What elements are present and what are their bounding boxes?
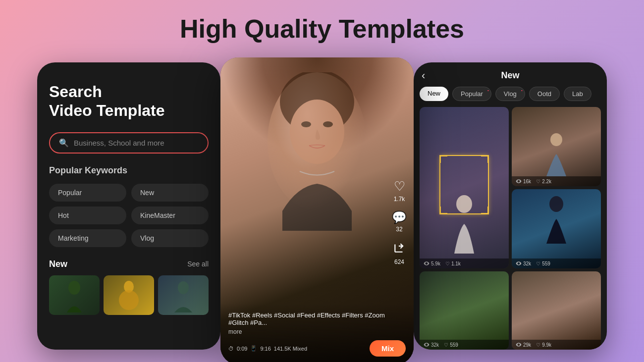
svg-point-7 — [323, 121, 333, 127]
video-bottom: #TikTok #Reels #Social #Feed #Effects #F… — [220, 304, 414, 362]
grid-stat-likes: ♡ 9.9k — [536, 342, 551, 348]
keyword-chip[interactable]: Vlog — [131, 229, 209, 247]
filter-tabs: New Popular• Vlog• Ootd Lab — [414, 87, 607, 107]
grid-stat-views: 16k — [516, 178, 531, 184]
grid-item[interactable]: 32k ♡ 559 — [512, 189, 601, 268]
grid-stat-views: 32k — [516, 260, 531, 266]
tab-popular[interactable]: Popular• — [452, 87, 491, 101]
mix-button[interactable]: Mix — [370, 340, 406, 357]
grid-header: ‹ New — [414, 62, 607, 87]
svg-point-9 — [550, 133, 562, 146]
new-section-header: New See all — [49, 259, 209, 269]
search-bar[interactable]: 🔍 Business, School and more — [49, 132, 209, 154]
phones-container: Search Video Template 🔍 Business, School… — [0, 57, 644, 362]
clock-icon: ⏱ — [228, 346, 234, 352]
tab-vlog[interactable]: Vlog• — [495, 87, 525, 101]
svg-point-0 — [68, 281, 80, 295]
grid-stat-likes: ♡ 559 — [444, 342, 458, 348]
phone-icon: 📱 — [250, 345, 257, 352]
thumbnail-item[interactable] — [104, 275, 154, 315]
thumbnail-item[interactable] — [49, 275, 100, 315]
back-button[interactable]: ‹ — [422, 69, 425, 82]
keyword-chip[interactable]: New — [131, 184, 209, 202]
video-actions: ♡ 1.7k 💬 32 624 — [392, 179, 407, 265]
video-tags: #TikTok #Reels #Social #Feed #Effects #F… — [228, 311, 406, 326]
keyword-chip[interactable]: KineMaster — [131, 207, 209, 224]
grid-stat-likes: ♡ 2.2k — [536, 179, 551, 184]
page-title: High Quality Templates — [180, 14, 464, 44]
phone-video: ♡ 1.7k 💬 32 624 — [220, 57, 414, 362]
thumbnails-row — [49, 275, 209, 315]
video-more[interactable]: more — [228, 328, 406, 335]
svg-point-2 — [119, 290, 139, 310]
keyword-chip[interactable]: Hot — [49, 207, 126, 224]
video-info: ⏱ 0:09 📱 9:16 141.5K Mixed — [228, 345, 307, 352]
grid-content: 5.9k ♡ 1.1k — [414, 107, 607, 350]
svg-point-10 — [549, 196, 563, 212]
tab-lab[interactable]: Lab — [564, 87, 591, 101]
grid-item[interactable]: 29k ♡ 9.9k — [512, 271, 601, 350]
phone-search: Search Video Template 🔍 Business, School… — [37, 62, 220, 350]
new-section-label: New — [49, 259, 67, 269]
grid-stat-views: 29k — [516, 342, 531, 348]
svg-point-6 — [301, 121, 311, 127]
tab-new[interactable]: New — [420, 87, 448, 101]
keyword-chip[interactable]: Marketing — [49, 229, 126, 247]
tab-ootd[interactable]: Ootd — [529, 87, 560, 101]
grid-stat-views: 32k — [424, 342, 439, 348]
grid-item[interactable]: 16k ♡ 2.2k — [512, 107, 601, 186]
grid-title: New — [501, 70, 519, 81]
grid-item[interactable]: 32k ♡ 559 — [420, 271, 509, 350]
grid-stat-likes: ♡ 559 — [536, 261, 550, 266]
search-placeholder-text: Business, School and more — [74, 139, 164, 147]
see-all-link[interactable]: See all — [187, 260, 209, 268]
svg-point-8 — [456, 195, 472, 213]
keyword-chip[interactable]: Popular — [49, 184, 126, 202]
share-icon — [393, 241, 406, 257]
heart-icon: ♡ — [394, 179, 405, 194]
like-action[interactable]: ♡ 1.7k — [394, 179, 405, 203]
keyword-grid: Popular New Hot KineMaster Marketing Vlo… — [49, 184, 209, 247]
comment-action[interactable]: 💬 32 — [392, 210, 407, 233]
share-action[interactable]: 624 — [393, 241, 406, 265]
video-meta: ⏱ 0:09 📱 9:16 141.5K Mixed Mix — [228, 340, 406, 357]
grid-stat-likes: ♡ 1.1k — [445, 261, 461, 266]
grid-stat-views: 5.9k — [424, 260, 440, 266]
grid-item-tall[interactable]: 5.9k ♡ 1.1k — [420, 107, 509, 268]
search-icon: 🔍 — [59, 138, 69, 148]
popular-keywords-label: Popular Keywords — [49, 165, 209, 176]
comment-icon: 💬 — [392, 210, 407, 224]
phone-grid: ‹ New New Popular• Vlog• Ootd Lab — [414, 62, 607, 350]
search-title: Search Video Template — [49, 82, 209, 120]
thumbnail-item[interactable] — [158, 275, 209, 315]
svg-point-3 — [178, 281, 189, 294]
